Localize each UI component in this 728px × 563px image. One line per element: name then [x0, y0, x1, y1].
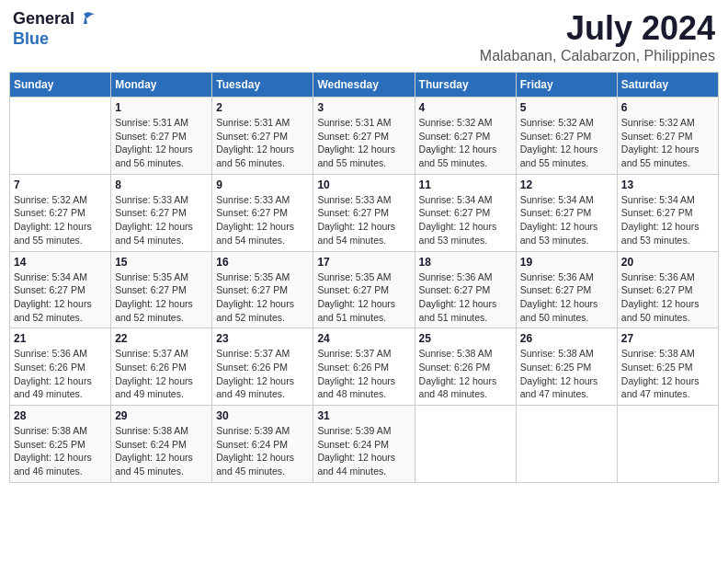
day-number: 7: [14, 178, 107, 191]
calendar-week-row: 28Sunrise: 5:38 AM Sunset: 6:25 PM Dayli…: [10, 406, 719, 483]
page-subtitle: Malabanan, Calabarzon, Philippines: [480, 48, 715, 64]
page-title: July 2024: [480, 9, 715, 48]
table-row: 22Sunrise: 5:37 AM Sunset: 6:26 PM Dayli…: [111, 328, 212, 406]
table-row: 24Sunrise: 5:37 AM Sunset: 6:26 PM Dayli…: [313, 328, 415, 406]
table-row: 9Sunrise: 5:33 AM Sunset: 6:27 PM Daylig…: [212, 174, 313, 251]
calendar-table: Sunday Monday Tuesday Wednesday Thursday…: [9, 72, 719, 483]
day-number: 3: [317, 101, 410, 114]
day-number: 29: [115, 409, 208, 422]
day-info: Sunrise: 5:32 AM Sunset: 6:27 PM Dayligh…: [14, 193, 107, 247]
day-info: Sunrise: 5:32 AM Sunset: 6:27 PM Dayligh…: [419, 116, 512, 170]
table-row: 8Sunrise: 5:33 AM Sunset: 6:27 PM Daylig…: [111, 174, 212, 251]
table-row: 23Sunrise: 5:37 AM Sunset: 6:26 PM Dayli…: [212, 328, 313, 406]
day-info: Sunrise: 5:33 AM Sunset: 6:27 PM Dayligh…: [115, 193, 208, 247]
header-friday: Friday: [516, 73, 617, 98]
table-row: 20Sunrise: 5:36 AM Sunset: 6:27 PM Dayli…: [617, 251, 718, 328]
day-info: Sunrise: 5:38 AM Sunset: 6:25 PM Dayligh…: [14, 424, 107, 478]
day-number: 26: [520, 332, 613, 345]
day-number: 13: [621, 178, 714, 191]
day-number: 2: [216, 101, 309, 114]
table-row: 19Sunrise: 5:36 AM Sunset: 6:27 PM Dayli…: [516, 251, 617, 328]
day-number: 8: [115, 178, 208, 191]
logo-bird-icon: [76, 11, 95, 29]
day-info: Sunrise: 5:37 AM Sunset: 6:26 PM Dayligh…: [216, 347, 309, 401]
table-row: 10Sunrise: 5:33 AM Sunset: 6:27 PM Dayli…: [313, 174, 415, 251]
table-row: 17Sunrise: 5:35 AM Sunset: 6:27 PM Dayli…: [313, 251, 415, 328]
day-info: Sunrise: 5:34 AM Sunset: 6:27 PM Dayligh…: [14, 270, 107, 325]
day-info: Sunrise: 5:38 AM Sunset: 6:26 PM Dayligh…: [419, 347, 512, 401]
table-row: 18Sunrise: 5:36 AM Sunset: 6:27 PM Dayli…: [415, 251, 516, 328]
day-info: Sunrise: 5:37 AM Sunset: 6:26 PM Dayligh…: [317, 347, 410, 401]
table-row: 4Sunrise: 5:32 AM Sunset: 6:27 PM Daylig…: [415, 98, 516, 175]
day-info: Sunrise: 5:39 AM Sunset: 6:24 PM Dayligh…: [317, 424, 410, 478]
day-info: Sunrise: 5:37 AM Sunset: 6:26 PM Dayligh…: [115, 347, 208, 401]
day-info: Sunrise: 5:32 AM Sunset: 6:27 PM Dayligh…: [520, 116, 613, 170]
day-info: Sunrise: 5:32 AM Sunset: 6:27 PM Dayligh…: [621, 116, 714, 170]
logo: General Blue: [13, 9, 95, 49]
day-number: 15: [115, 256, 208, 269]
header-monday: Monday: [111, 73, 212, 98]
day-info: Sunrise: 5:33 AM Sunset: 6:27 PM Dayligh…: [216, 193, 309, 247]
table-row: 29Sunrise: 5:38 AM Sunset: 6:24 PM Dayli…: [111, 406, 212, 483]
day-info: Sunrise: 5:31 AM Sunset: 6:27 PM Dayligh…: [216, 116, 309, 170]
calendar-header-row: Sunday Monday Tuesday Wednesday Thursday…: [10, 73, 719, 98]
day-number: 1: [115, 101, 208, 114]
day-number: 30: [216, 409, 309, 422]
header-sunday: Sunday: [10, 73, 111, 98]
table-row: [10, 98, 111, 175]
day-info: Sunrise: 5:36 AM Sunset: 6:26 PM Dayligh…: [14, 347, 107, 401]
header-saturday: Saturday: [617, 73, 718, 98]
table-row: 1Sunrise: 5:31 AM Sunset: 6:27 PM Daylig…: [111, 98, 212, 175]
day-info: Sunrise: 5:31 AM Sunset: 6:27 PM Dayligh…: [317, 116, 410, 170]
day-info: Sunrise: 5:35 AM Sunset: 6:27 PM Dayligh…: [115, 270, 208, 325]
day-info: Sunrise: 5:34 AM Sunset: 6:27 PM Dayligh…: [419, 193, 512, 247]
day-info: Sunrise: 5:36 AM Sunset: 6:27 PM Dayligh…: [621, 270, 714, 325]
day-number: 22: [115, 332, 208, 345]
table-row: 6Sunrise: 5:32 AM Sunset: 6:27 PM Daylig…: [617, 98, 718, 175]
day-info: Sunrise: 5:38 AM Sunset: 6:25 PM Dayligh…: [621, 347, 714, 401]
table-row: 2Sunrise: 5:31 AM Sunset: 6:27 PM Daylig…: [212, 98, 313, 175]
day-info: Sunrise: 5:33 AM Sunset: 6:27 PM Dayligh…: [317, 193, 410, 247]
day-info: Sunrise: 5:38 AM Sunset: 6:25 PM Dayligh…: [520, 347, 613, 401]
header-tuesday: Tuesday: [212, 73, 313, 98]
day-number: 19: [520, 256, 613, 269]
table-row: [415, 406, 516, 483]
table-row: [516, 406, 617, 483]
table-row: 25Sunrise: 5:38 AM Sunset: 6:26 PM Dayli…: [415, 328, 516, 406]
logo-top: General: [13, 9, 95, 29]
table-row: 16Sunrise: 5:35 AM Sunset: 6:27 PM Dayli…: [212, 251, 313, 328]
header: General Blue July 2024 Malabanan, Calaba…: [9, 9, 719, 64]
day-info: Sunrise: 5:35 AM Sunset: 6:27 PM Dayligh…: [216, 270, 309, 325]
day-number: 23: [216, 332, 309, 345]
table-row: 15Sunrise: 5:35 AM Sunset: 6:27 PM Dayli…: [111, 251, 212, 328]
day-number: 31: [317, 409, 410, 422]
calendar-week-row: 14Sunrise: 5:34 AM Sunset: 6:27 PM Dayli…: [10, 251, 719, 328]
day-number: 28: [14, 409, 107, 422]
day-info: Sunrise: 5:39 AM Sunset: 6:24 PM Dayligh…: [216, 424, 309, 478]
day-number: 6: [621, 101, 714, 114]
day-info: Sunrise: 5:36 AM Sunset: 6:27 PM Dayligh…: [520, 270, 613, 325]
header-wednesday: Wednesday: [313, 73, 415, 98]
calendar-week-row: 21Sunrise: 5:36 AM Sunset: 6:26 PM Dayli…: [10, 328, 719, 406]
table-row: 31Sunrise: 5:39 AM Sunset: 6:24 PM Dayli…: [313, 406, 415, 483]
day-number: 12: [520, 178, 613, 191]
day-info: Sunrise: 5:31 AM Sunset: 6:27 PM Dayligh…: [115, 116, 208, 170]
table-row: 21Sunrise: 5:36 AM Sunset: 6:26 PM Dayli…: [10, 328, 111, 406]
day-info: Sunrise: 5:34 AM Sunset: 6:27 PM Dayligh…: [520, 193, 613, 247]
day-number: 10: [317, 178, 410, 191]
table-row: 13Sunrise: 5:34 AM Sunset: 6:27 PM Dayli…: [617, 174, 718, 251]
table-row: 5Sunrise: 5:32 AM Sunset: 6:27 PM Daylig…: [516, 98, 617, 175]
table-row: 28Sunrise: 5:38 AM Sunset: 6:25 PM Dayli…: [10, 406, 111, 483]
day-number: 16: [216, 256, 309, 269]
day-number: 27: [621, 332, 714, 345]
table-row: 12Sunrise: 5:34 AM Sunset: 6:27 PM Dayli…: [516, 174, 617, 251]
table-row: 14Sunrise: 5:34 AM Sunset: 6:27 PM Dayli…: [10, 251, 111, 328]
table-row: 27Sunrise: 5:38 AM Sunset: 6:25 PM Dayli…: [617, 328, 718, 406]
day-number: 21: [14, 332, 107, 345]
day-number: 14: [14, 256, 107, 269]
table-row: 26Sunrise: 5:38 AM Sunset: 6:25 PM Dayli…: [516, 328, 617, 406]
table-row: 7Sunrise: 5:32 AM Sunset: 6:27 PM Daylig…: [10, 174, 111, 251]
header-thursday: Thursday: [415, 73, 516, 98]
table-row: 30Sunrise: 5:39 AM Sunset: 6:24 PM Dayli…: [212, 406, 313, 483]
day-number: 20: [621, 256, 714, 269]
